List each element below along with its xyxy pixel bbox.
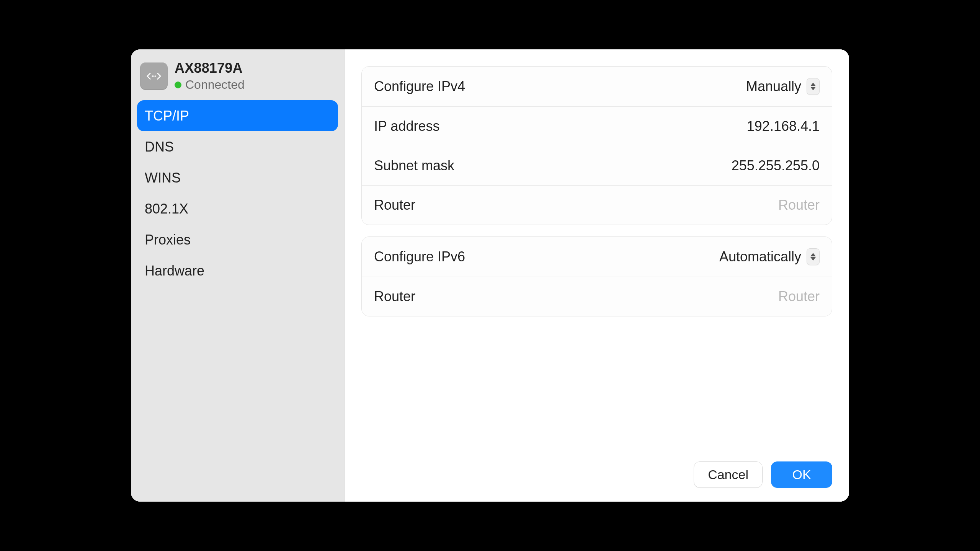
device-status: Connected xyxy=(185,78,245,92)
ok-button[interactable]: OK xyxy=(771,461,832,488)
sidebar-item-8021x[interactable]: 802.1X xyxy=(137,193,338,224)
row-ipv6-router: Router Router xyxy=(362,277,832,316)
status-dot-icon xyxy=(175,82,181,88)
sidebar-item-proxies[interactable]: Proxies xyxy=(137,224,338,255)
label-ipv6-router: Router xyxy=(374,289,415,305)
content-area: Configure IPv4 Manually IP address 192.1… xyxy=(345,49,849,452)
label-ip-address: IP address xyxy=(374,118,439,134)
row-configure-ipv6: Configure IPv6 Automatically xyxy=(362,237,832,277)
device-info: AX88179A Connected xyxy=(175,60,245,92)
sidebar-item-hardware[interactable]: Hardware xyxy=(137,255,338,286)
row-ip-address: IP address 192.168.4.1 xyxy=(362,106,832,146)
device-header: AX88179A Connected xyxy=(137,60,338,100)
sidebar-item-dns[interactable]: DNS xyxy=(137,131,338,162)
select-value-ipv4: Manually xyxy=(746,78,801,95)
svg-point-2 xyxy=(155,75,156,77)
select-configure-ipv6[interactable]: Automatically xyxy=(719,248,820,265)
main-panel: Configure IPv4 Manually IP address 192.1… xyxy=(345,49,849,502)
row-subnet-mask: Subnet mask 255.255.255.0 xyxy=(362,146,832,185)
svg-point-0 xyxy=(152,75,153,77)
network-settings-window: AX88179A Connected TCP/IP DNS WINS 802.1… xyxy=(131,49,849,502)
sidebar-nav: TCP/IP DNS WINS 802.1X Proxies Hardware xyxy=(137,100,338,286)
value-ip-address[interactable]: 192.168.4.1 xyxy=(747,118,820,134)
sidebar-item-wins[interactable]: WINS xyxy=(137,162,338,193)
svg-point-1 xyxy=(153,75,154,77)
value-subnet-mask[interactable]: 255.255.255.0 xyxy=(732,158,820,174)
ipv6-group: Configure IPv6 Automatically Router Rout… xyxy=(361,236,832,316)
label-ipv4-router: Router xyxy=(374,197,415,213)
select-value-ipv6: Automatically xyxy=(719,249,801,265)
value-ipv6-router[interactable]: Router xyxy=(778,289,820,305)
label-configure-ipv4: Configure IPv4 xyxy=(374,78,465,95)
ethernet-adapter-icon xyxy=(140,62,168,90)
updown-stepper-icon xyxy=(807,78,820,95)
row-configure-ipv4: Configure IPv4 Manually xyxy=(362,67,832,106)
updown-stepper-icon xyxy=(807,248,820,265)
sidebar-item-tcpip[interactable]: TCP/IP xyxy=(137,100,338,131)
device-name: AX88179A xyxy=(175,60,245,76)
value-ipv4-router[interactable]: Router xyxy=(778,197,820,213)
label-configure-ipv6: Configure IPv6 xyxy=(374,249,465,265)
device-status-row: Connected xyxy=(175,78,245,92)
select-configure-ipv4[interactable]: Manually xyxy=(746,78,820,95)
label-subnet-mask: Subnet mask xyxy=(374,158,454,174)
ipv4-group: Configure IPv4 Manually IP address 192.1… xyxy=(361,66,832,225)
cancel-button[interactable]: Cancel xyxy=(694,461,763,488)
footer: Cancel OK xyxy=(345,452,849,502)
sidebar: AX88179A Connected TCP/IP DNS WINS 802.1… xyxy=(131,49,345,502)
row-ipv4-router: Router Router xyxy=(362,185,832,225)
